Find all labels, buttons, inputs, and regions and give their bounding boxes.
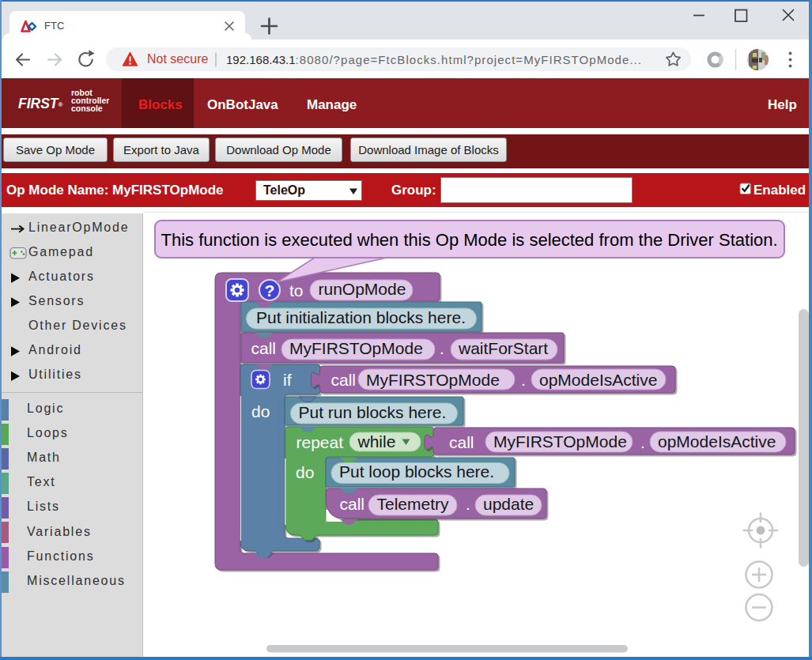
svg-text:runOpMode: runOpMode bbox=[319, 280, 406, 298]
svg-text:.: . bbox=[640, 433, 645, 451]
svg-text:.: . bbox=[440, 339, 444, 357]
svg-text:Put loop blocks here.: Put loop blocks here. bbox=[339, 462, 494, 481]
svg-text:update: update bbox=[483, 495, 534, 513]
svg-text:This function is executed when: This function is executed when this Op M… bbox=[161, 230, 778, 250]
svg-text:.: . bbox=[466, 495, 470, 513]
svg-text:MyFIRSTOpMode: MyFIRSTOpMode bbox=[366, 371, 500, 389]
svg-text:MyFIRSTOpMode: MyFIRSTOpMode bbox=[289, 339, 423, 357]
svg-text:opModeIsActive: opModeIsActive bbox=[539, 371, 657, 389]
svg-text:repeat: repeat bbox=[296, 433, 344, 451]
svg-text:opModeIsActive: opModeIsActive bbox=[658, 432, 776, 451]
svg-text:waitForStart: waitForStart bbox=[458, 339, 548, 357]
svg-text:while: while bbox=[357, 432, 396, 451]
svg-text:Telemetry: Telemetry bbox=[377, 495, 450, 513]
svg-text:do: do bbox=[296, 463, 314, 481]
svg-text:call: call bbox=[331, 371, 357, 389]
svg-text:MyFIRSTOpMode: MyFIRSTOpMode bbox=[493, 432, 627, 451]
svg-text:Put run blocks here.: Put run blocks here. bbox=[299, 403, 447, 421]
svg-text:call: call bbox=[449, 433, 474, 451]
svg-text:if: if bbox=[283, 371, 292, 389]
svg-text:call: call bbox=[251, 339, 277, 357]
svg-text:call: call bbox=[340, 495, 365, 513]
svg-text:to: to bbox=[289, 281, 304, 300]
svg-text:Put initialization blocks here: Put initialization blocks here. bbox=[256, 308, 466, 326]
svg-text:.: . bbox=[521, 371, 526, 389]
svg-text:do: do bbox=[251, 402, 270, 421]
svg-text:?: ? bbox=[265, 281, 275, 300]
